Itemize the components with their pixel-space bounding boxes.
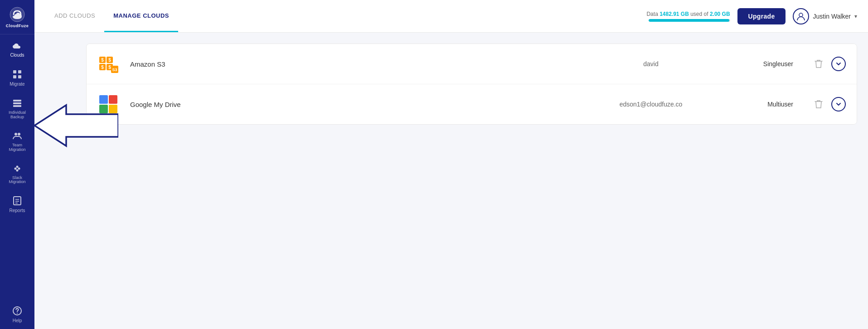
data-usage: Data 1482.91 GB used of 2.00 GB <box>646 11 730 22</box>
svg-point-9 <box>18 133 20 135</box>
svg-rect-2 <box>18 70 21 73</box>
svg-text:$: $ <box>108 58 111 63</box>
clouds-icon <box>12 40 23 51</box>
clouds-list: S3 $ $ $ $ Amazon S3 david Singleuser <box>86 44 857 125</box>
help-icon <box>12 305 23 316</box>
help-label: Help <box>13 318 22 324</box>
amazon-s3-type: Singleuser <box>721 60 793 68</box>
amazon-s3-icon: S3 $ $ $ $ <box>97 53 119 75</box>
svg-rect-14 <box>14 197 21 205</box>
cloud-row-google-drive: Google My Drive edson1@cloudfuze.co Mult… <box>87 84 857 124</box>
sidebar-item-clouds[interactable]: Clouds <box>0 34 34 63</box>
google-drive-svg <box>98 94 118 114</box>
sidebar-item-team-migration[interactable]: TeamMigration <box>0 125 34 158</box>
delete-icon <box>815 100 823 109</box>
svg-point-19 <box>17 313 18 314</box>
google-drive-name: Google My Drive <box>130 101 581 108</box>
svg-rect-3 <box>13 75 16 78</box>
user-name: Justin Walker <box>813 13 851 20</box>
header-tabs: ADD CLOUDS MANAGE CLOUDS <box>45 0 646 32</box>
individual-backup-icon <box>12 98 23 109</box>
sidebar: CloudFuze Clouds Migrate IndividualBacku… <box>0 0 34 329</box>
svg-rect-36 <box>109 105 117 113</box>
amazon-s3-expand-button[interactable] <box>831 57 846 71</box>
svg-point-8 <box>15 133 17 135</box>
svg-rect-35 <box>99 105 108 113</box>
svg-point-12 <box>16 165 19 168</box>
app-name: CloudFuze <box>6 24 29 28</box>
data-usage-text: Data 1482.91 GB used of 2.00 GB <box>646 11 730 17</box>
sidebar-item-migrate[interactable]: Migrate <box>0 63 34 92</box>
delete-icon <box>815 59 823 68</box>
sidebar-item-reports[interactable]: Reports <box>0 190 34 219</box>
svg-rect-7 <box>13 105 21 107</box>
sidebar-item-individual-backup[interactable]: IndividualBackup <box>0 92 34 125</box>
svg-point-13 <box>16 169 19 171</box>
upgrade-button[interactable]: Upgrade <box>737 8 786 24</box>
migrate-label: Migrate <box>10 82 24 87</box>
svg-text:$: $ <box>108 65 111 70</box>
google-drive-icon <box>97 93 119 115</box>
svg-rect-33 <box>99 95 108 104</box>
app-logo[interactable]: CloudFuze <box>0 0 34 34</box>
slack-migration-label: SlackMigration <box>9 176 25 185</box>
chevron-down-icon <box>835 101 842 107</box>
migrate-icon <box>12 69 23 80</box>
svg-rect-1 <box>13 70 16 73</box>
google-drive-type: Multiuser <box>721 101 793 108</box>
svg-rect-5 <box>13 100 21 102</box>
clouds-label: Clouds <box>10 53 24 58</box>
user-dropdown-icon: ▾ <box>854 13 857 19</box>
user-avatar <box>793 8 809 24</box>
svg-rect-34 <box>109 95 117 104</box>
svg-rect-4 <box>18 75 21 78</box>
svg-text:S3: S3 <box>112 68 117 72</box>
svg-point-20 <box>799 13 803 17</box>
svg-point-10 <box>15 167 17 169</box>
avatar-icon <box>796 11 806 21</box>
team-migration-icon <box>12 131 23 141</box>
amazon-s3-delete-button[interactable] <box>811 57 826 71</box>
google-drive-delete-button[interactable] <box>811 97 826 111</box>
reports-icon <box>12 195 23 206</box>
cloud-row-amazon-s3: S3 $ $ $ $ Amazon S3 david Singleuser <box>87 44 857 84</box>
svg-rect-6 <box>13 102 21 104</box>
header: ADD CLOUDS MANAGE CLOUDS Data 1482.91 GB… <box>34 0 868 33</box>
sidebar-item-slack-migration[interactable]: SlackMigration <box>0 158 34 190</box>
slack-migration-icon <box>12 163 23 174</box>
user-menu[interactable]: Justin Walker ▾ <box>793 8 857 24</box>
main-content: ADD CLOUDS MANAGE CLOUDS Data 1482.91 GB… <box>34 0 868 329</box>
google-drive-actions <box>811 97 846 111</box>
sidebar-item-help[interactable]: Help <box>0 300 34 329</box>
tab-manage-clouds[interactable]: MANAGE CLOUDS <box>104 0 178 32</box>
individual-backup-label: IndividualBackup <box>9 111 26 120</box>
svg-text:$: $ <box>101 58 104 63</box>
amazon-s3-name: Amazon S3 <box>130 60 581 68</box>
header-right: Data 1482.91 GB used of 2.00 GB Upgrade … <box>646 8 857 24</box>
svg-point-11 <box>18 167 20 169</box>
svg-text:$: $ <box>101 65 104 70</box>
progress-fill <box>649 19 729 22</box>
team-migration-label: TeamMigration <box>9 143 25 152</box>
amazon-s3-actions <box>811 57 846 71</box>
google-drive-user: edson1@cloudfuze.co <box>592 101 710 108</box>
tab-add-clouds[interactable]: ADD CLOUDS <box>45 0 104 32</box>
content-area: S3 $ $ $ $ Amazon S3 david Singleuser <box>34 33 868 329</box>
google-drive-expand-button[interactable] <box>831 97 846 111</box>
reports-label: Reports <box>9 208 25 213</box>
progress-bar <box>649 19 730 22</box>
chevron-down-icon <box>835 61 842 67</box>
amazon-s3-user: david <box>592 60 710 68</box>
